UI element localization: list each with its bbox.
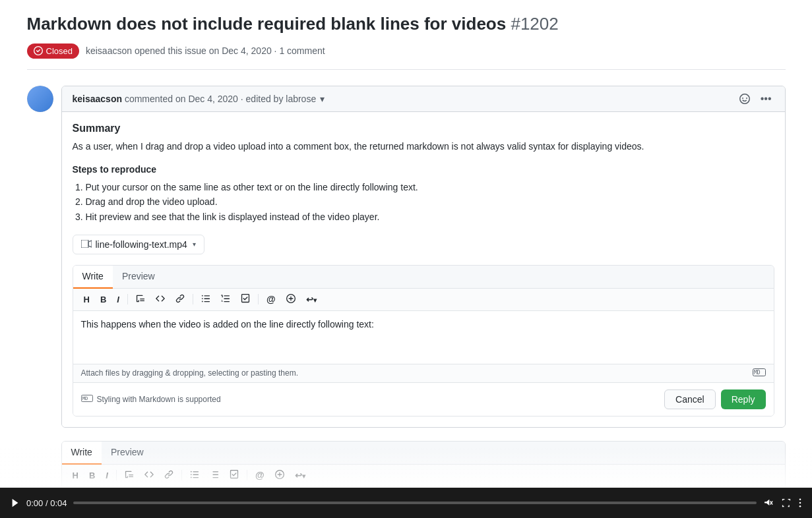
comment-body: Summary As a user, when I drag and drop …: [62, 112, 785, 427]
tab-preview-1[interactable]: Preview: [113, 266, 164, 288]
reply-editor-1: Write Preview H B I: [73, 265, 774, 417]
issue-meta-text: keisaacson opened this issue on Dec 4, 2…: [86, 45, 325, 56]
toolbar2-heading-btn[interactable]: H: [70, 469, 81, 482]
editor-tabs-2: Write Preview: [62, 442, 785, 465]
toolbar-undo-btn[interactable]: ↩▾: [303, 293, 319, 306]
svg-marker-6: [13, 499, 18, 507]
time-total: 0:04: [50, 498, 67, 508]
status-badge: Closed: [27, 43, 79, 59]
attachment-dropdown-icon[interactable]: ▾: [193, 241, 196, 248]
toolbar-mention-btn[interactable]: @: [264, 293, 278, 306]
editor-tabs-1: Write Preview: [73, 266, 774, 289]
toolbar-sep-2: [193, 294, 193, 304]
comment-edited: edited by labrose: [246, 94, 317, 104]
play-button[interactable]: [11, 498, 20, 507]
toolbar-sep-1: [127, 294, 128, 304]
toolbar2-ref-btn[interactable]: [272, 469, 287, 482]
step-item: Drag and drop the video upload.: [86, 194, 774, 209]
toolbar2-sep-3: [247, 470, 247, 480]
toolbar2-task-btn[interactable]: [227, 469, 241, 482]
avatar-image: [27, 86, 53, 112]
attach-hint: Attach files by dragging & dropping, sel…: [81, 368, 299, 378]
svg-text:MD: MD: [754, 370, 761, 376]
editor-text-1: This happens when the video is added on …: [81, 319, 374, 330]
comment-box: keisaacson commented on Dec 4, 2020 · ed…: [61, 86, 786, 428]
edit-dropdown-arrow[interactable]: ▾: [320, 94, 325, 104]
emoji-reaction-button[interactable]: [737, 92, 753, 105]
summary-heading: Summary: [73, 123, 774, 134]
time-display: 0:00 / 0:04: [26, 498, 67, 508]
step-item: Put your cursor on the same line as othe…: [86, 180, 774, 194]
toolbar-quote-btn[interactable]: [133, 293, 148, 306]
toolbar2-ol-btn[interactable]: [207, 469, 222, 482]
issue-meta-detail: keisaacson opened this issue on Dec 4, 2…: [86, 45, 325, 56]
editor-content-1[interactable]: This happens when the video is added on …: [73, 311, 774, 364]
toolbar2-mention-btn[interactable]: @: [253, 469, 267, 482]
toolbar-bold-btn[interactable]: B: [98, 293, 109, 306]
editor-toolbar-1: H B I: [73, 289, 774, 311]
issue-title: Markdown does not include required blank…: [27, 13, 786, 36]
toolbar-heading-btn[interactable]: H: [81, 293, 92, 306]
player-controls-right: [763, 498, 801, 507]
comment-header: keisaacson commented on Dec 4, 2020 · ed…: [62, 86, 785, 112]
toolbar2-italic-btn[interactable]: I: [103, 469, 111, 482]
comment-wrapper: keisaacson commented on Dec 4, 2020 · ed…: [27, 86, 786, 428]
svg-marker-1: [88, 241, 92, 247]
video-filename: line-following-text.mp4: [96, 239, 187, 250]
tab-write-1[interactable]: Write: [73, 266, 113, 289]
reply-button[interactable]: Reply: [721, 389, 766, 409]
toolbar2-link-btn[interactable]: [162, 469, 176, 482]
toolbar-link-btn[interactable]: [173, 293, 187, 306]
steps-heading: Steps to reproduce: [73, 164, 774, 175]
toolbar-code-btn[interactable]: [153, 293, 168, 306]
mute-button[interactable]: [763, 498, 774, 507]
status-label: Closed: [46, 46, 73, 56]
more-options-button[interactable]: •••: [758, 92, 774, 106]
page-container: Markdown does not include required blank…: [27, 13, 786, 518]
toolbar-ol-btn[interactable]: [218, 293, 233, 306]
toolbar-ul-btn[interactable]: [199, 293, 213, 306]
issue-meta-row: Closed keisaacson opened this issue on D…: [27, 43, 786, 70]
closed-icon: [34, 46, 43, 55]
video-attachment[interactable]: line-following-text.mp4 ▾: [73, 235, 204, 254]
svg-point-10: [799, 502, 801, 504]
issue-title-text: Markdown does not include required blank…: [27, 14, 507, 34]
toolbar2-undo-btn[interactable]: ↩▾: [292, 469, 308, 482]
editor-toolbar-2: H B I: [62, 465, 785, 487]
issue-number: #1202: [511, 14, 558, 34]
toolbar2-ul-btn[interactable]: [187, 469, 202, 482]
comment-header-right: •••: [737, 92, 774, 106]
toolbar-ref-btn[interactable]: [284, 293, 298, 306]
tab-write-2[interactable]: Write: [62, 442, 102, 465]
step-item: Hit preview and see that the link is dis…: [86, 210, 774, 224]
time-current: 0:00: [26, 498, 43, 508]
tab-preview-2[interactable]: Preview: [102, 442, 153, 464]
more-player-options[interactable]: [799, 498, 801, 507]
avatar: [27, 86, 53, 112]
toolbar-italic-btn[interactable]: I: [114, 293, 122, 306]
toolbar2-quote-btn[interactable]: [122, 469, 137, 482]
video-player-bar: 0:00 / 0:04: [0, 488, 812, 518]
svg-rect-0: [81, 240, 88, 248]
toolbar2-bold-btn[interactable]: B: [86, 469, 98, 482]
video-icon: [81, 239, 92, 250]
svg-point-9: [799, 498, 801, 500]
cancel-button[interactable]: Cancel: [664, 389, 716, 409]
toolbar2-sep-1: [116, 470, 117, 480]
markdown-support-icon: MD: [81, 395, 93, 404]
markdown-support-text: Styling with Markdown is supported: [97, 395, 221, 404]
toolbar-task-btn[interactable]: [238, 293, 253, 306]
svg-point-11: [799, 505, 801, 507]
markdown-icon: MD: [753, 368, 766, 378]
comment-action: commented on Dec 4, 2020: [125, 94, 238, 104]
markdown-label-row: MD Styling with Markdown is supported: [81, 395, 221, 404]
toolbar-sep-3: [258, 294, 259, 304]
progress-bar[interactable]: [73, 502, 757, 504]
toolbar2-code-btn[interactable]: [142, 469, 156, 482]
fullscreen-button[interactable]: [782, 498, 791, 507]
commenter-username[interactable]: keisaacson: [73, 94, 123, 104]
editor-footer-1: Attach files by dragging & dropping, sel…: [73, 364, 774, 382]
reply-buttons: Cancel Reply: [664, 389, 765, 409]
toolbar2-sep-2: [181, 470, 182, 480]
summary-text: As a user, when I drag and drop a video …: [73, 140, 774, 154]
